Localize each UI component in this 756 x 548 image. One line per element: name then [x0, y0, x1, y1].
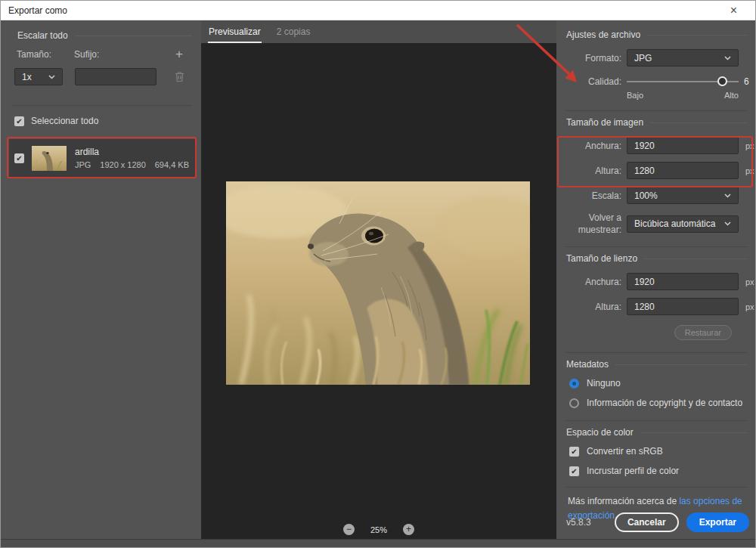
- metadata-none-radio[interactable]: [569, 379, 579, 389]
- cancel-button[interactable]: Cancelar: [615, 512, 679, 532]
- add-scale-icon[interactable]: +: [175, 49, 183, 60]
- canvas-width-unit: px: [744, 277, 754, 286]
- embed-profile-checkbox[interactable]: ✔: [569, 466, 579, 476]
- metadata-copyright-label: Información de copyright y de contacto: [587, 398, 742, 408]
- section-image-size: Tamaño de imagen Anchura: px Altura: px …: [566, 111, 748, 246]
- image-width-label: Anchura:: [566, 141, 621, 151]
- format-select[interactable]: JPG: [627, 49, 739, 67]
- file-checkbox[interactable]: ✔: [14, 153, 24, 163]
- resample-select[interactable]: Bicúbica automática: [627, 215, 739, 233]
- preview-column: Previsualizar 2 copias: [201, 20, 556, 540]
- scale-select[interactable]: 100%: [627, 187, 739, 204]
- preview-tabbar: Previsualizar 2 copias: [201, 20, 556, 43]
- suffix-input[interactable]: [75, 68, 156, 85]
- scale-labels-row: Tamaño: Sufijo: +: [17, 49, 192, 60]
- image-width-unit: px: [744, 141, 754, 150]
- file-thumbnail: [32, 146, 67, 171]
- dialog-bottom-strip: [1, 539, 755, 547]
- zoom-out-icon[interactable]: −: [343, 524, 355, 535]
- zoom-in-icon[interactable]: +: [403, 524, 414, 535]
- image-size-header: Tamaño de imagen: [566, 117, 748, 128]
- embed-profile-label: Incrustar perfil de color: [587, 466, 679, 476]
- file-name: ardilla: [75, 147, 189, 157]
- preview-canvas: − 25% +: [201, 43, 556, 540]
- section-color-space: Espacio de color ✔ Convertir en sRGB ✔ I…: [566, 421, 748, 487]
- file-meta: ardilla JPG 1920 x 1280 694,4 KB: [75, 147, 189, 169]
- convert-srgb-label: Convertir en sRGB: [587, 446, 663, 457]
- select-all-label: Seleccionar todo: [31, 116, 98, 126]
- left-divider: [11, 105, 192, 106]
- export-as-dialog: Exportar como × Escalar todo Tamaño: Suf…: [0, 0, 756, 548]
- chevron-down-icon: [724, 56, 731, 60]
- file-settings-header: Ajustes de archivo: [566, 29, 748, 40]
- left-panel: Escalar todo Tamaño: Sufijo: + 1x ✔ Sele…: [1, 20, 201, 540]
- size-label: Tamaño:: [17, 49, 74, 60]
- metadata-copyright-radio[interactable]: [569, 398, 579, 408]
- quality-label: Calidad:: [566, 76, 621, 87]
- scale-fields-row: 1x: [14, 68, 192, 85]
- section-metadata: Metadatos Ninguno Información de copyrig…: [566, 353, 748, 420]
- quality-slider-handle[interactable]: [717, 76, 727, 86]
- right-panel: Ajustes de archivo Formato: JPG Calidad:: [556, 20, 756, 540]
- dialog-title: Exportar como: [8, 1, 67, 20]
- scale-size-select[interactable]: 1x: [14, 68, 63, 85]
- restore-button[interactable]: Restaurar: [674, 325, 732, 340]
- chevron-down-icon: [724, 221, 731, 226]
- convert-srgb-checkbox[interactable]: ✔: [569, 447, 579, 457]
- trash-icon[interactable]: [175, 71, 184, 82]
- scale-label: Escala:: [566, 190, 621, 201]
- metadata-none-label: Ninguno: [587, 378, 621, 389]
- canvas-height-unit: px: [744, 302, 754, 311]
- export-button[interactable]: Exportar: [686, 512, 749, 532]
- image-width-input[interactable]: [627, 137, 739, 154]
- suffix-label: Sufijo:: [74, 49, 157, 60]
- file-size: 694,4 KB: [155, 160, 189, 169]
- file-format: JPG: [75, 160, 91, 169]
- version-label: v5.8.3: [566, 517, 591, 528]
- metadata-header: Metadatos: [566, 359, 748, 370]
- titlebar: Exportar como ×: [1, 1, 755, 20]
- quality-low-label: Bajo: [627, 91, 643, 100]
- scale-all-header: Escalar todo: [17, 30, 192, 41]
- tab-copias[interactable]: 2 copias: [276, 20, 311, 43]
- section-file-settings: Ajustes de archivo Formato: JPG Calidad:: [566, 29, 748, 110]
- canvas-height-label: Altura:: [566, 302, 621, 312]
- resample-label: Volver a muestrear:: [566, 212, 621, 236]
- panel-footer: v5.8.3 Cancelar Exportar: [566, 512, 749, 532]
- format-label: Formato:: [566, 53, 621, 63]
- image-height-unit: px: [744, 166, 754, 175]
- file-list-item[interactable]: ✔ ardilla: [9, 139, 195, 177]
- section-canvas-size: Tamaño de lienzo Anchura: px Altura: px …: [566, 247, 748, 352]
- dialog-content: Escalar todo Tamaño: Sufijo: + 1x ✔ Sele…: [1, 20, 756, 540]
- chevron-down-icon: [724, 194, 731, 198]
- preview-image: [226, 181, 530, 385]
- close-icon[interactable]: ×: [730, 1, 737, 20]
- image-height-label: Altura:: [566, 166, 621, 176]
- canvas-width-label: Anchura:: [566, 277, 621, 287]
- color-space-header: Espacio de color: [566, 427, 748, 438]
- quality-high-label: Alto: [724, 91, 739, 100]
- image-height-input[interactable]: [627, 162, 739, 179]
- canvas-size-header: Tamaño de lienzo: [566, 253, 748, 264]
- file-dimensions: 1920 x 1280: [100, 160, 146, 169]
- zoom-level: 25%: [370, 525, 387, 534]
- canvas-width-input[interactable]: [627, 273, 739, 290]
- canvas-height-input[interactable]: [627, 298, 739, 315]
- zoom-controls: − 25% +: [201, 524, 556, 535]
- quality-value: 6: [744, 76, 749, 87]
- chevron-down-icon: [48, 75, 55, 79]
- tab-previsualizar[interactable]: Previsualizar: [208, 20, 262, 43]
- select-all-checkbox[interactable]: ✔: [14, 116, 24, 126]
- select-all-row: ✔ Seleccionar todo: [14, 116, 192, 126]
- quality-slider[interactable]: [627, 74, 739, 89]
